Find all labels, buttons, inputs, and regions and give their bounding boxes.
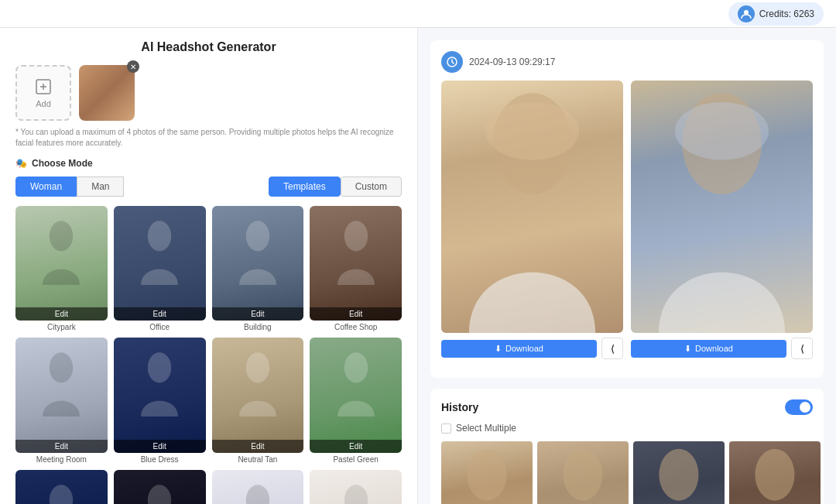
select-multiple-label: Select Multiple xyxy=(456,423,516,434)
history-title: History xyxy=(441,401,478,413)
upload-add-button[interactable]: Add xyxy=(15,65,71,121)
svg-point-21 xyxy=(467,449,506,501)
credits-badge: Credits: 6263 xyxy=(728,2,824,26)
right-panel: 2024-09-13 09:29:17 ⬇ Download xyxy=(418,28,836,504)
credits-label: Credits: 6263 xyxy=(759,9,814,19)
svg-point-13 xyxy=(148,485,171,504)
svg-point-14 xyxy=(246,485,269,504)
template-meeting-room[interactable]: Edit Meeting Room xyxy=(15,338,108,463)
template-label-blue-dress: Blue Dress xyxy=(141,455,179,464)
template-pastel-green[interactable]: Edit Pastel Green xyxy=(310,338,402,463)
history-thumb-2[interactable] xyxy=(537,441,629,504)
history-header: History xyxy=(441,399,813,415)
timestamp-text: 2024-09-13 09:29:17 xyxy=(469,57,555,67)
svg-point-5 xyxy=(148,221,171,251)
add-label: Add xyxy=(36,99,51,108)
svg-point-23 xyxy=(659,449,698,501)
choose-mode-label: 🎭 Choose Mode xyxy=(15,158,402,169)
svg-point-24 xyxy=(755,449,794,501)
svg-point-18 xyxy=(485,102,579,160)
select-multiple-checkbox[interactable] xyxy=(441,423,451,434)
template-neutral-tan[interactable]: Edit Neutral Tan xyxy=(212,338,304,463)
share-button-2[interactable]: ⟨ xyxy=(791,338,813,359)
history-toggle[interactable] xyxy=(785,399,813,415)
template-soft-white[interactable]: Edit Soft White xyxy=(310,470,402,504)
page-title: AI Headshot Generator xyxy=(15,40,402,54)
left-panel: AI Headshot Generator Add ✕ * You can up… xyxy=(0,28,418,504)
history-thumb-4[interactable] xyxy=(729,441,821,504)
download-row-2: ⬇ Download ⟨ xyxy=(631,338,813,359)
timestamp-icon xyxy=(441,51,463,73)
share-button-1[interactable]: ⟨ xyxy=(601,338,623,359)
credits-icon xyxy=(738,5,755,22)
download-icon-2: ⬇ xyxy=(684,344,691,354)
template-label-neutral-tan: Neutral Tan xyxy=(238,455,277,464)
history-grid-row1 xyxy=(441,441,813,504)
svg-point-12 xyxy=(50,485,73,504)
gen-image-2 xyxy=(631,81,813,333)
remove-image-button[interactable]: ✕ xyxy=(127,60,139,73)
history-section: History Select Multiple xyxy=(430,389,824,504)
svg-point-4 xyxy=(50,221,73,251)
history-thumb-1[interactable] xyxy=(441,441,533,504)
template-building[interactable]: Edit Building xyxy=(212,206,304,331)
svg-point-22 xyxy=(563,449,602,501)
svg-point-11 xyxy=(344,353,367,383)
svg-point-15 xyxy=(344,485,367,504)
top-bar: Credits: 6263 xyxy=(0,0,836,28)
svg-point-10 xyxy=(246,353,269,383)
template-edit-overlay: Edit xyxy=(15,307,108,321)
gen-image-2-wrap: ⬇ Download ⟨ xyxy=(631,81,813,359)
generated-section: 2024-09-13 09:29:17 ⬇ Download xyxy=(430,40,824,378)
svg-point-6 xyxy=(246,221,269,251)
download-button-2[interactable]: ⬇ Download xyxy=(631,340,786,358)
generated-images: ⬇ Download ⟨ xyxy=(441,81,813,359)
template-citypark[interactable]: Edit Citypark xyxy=(15,206,108,331)
mode-woman-button[interactable]: Woman xyxy=(15,177,77,197)
gen-image-1-wrap: ⬇ Download ⟨ xyxy=(441,81,623,359)
template-label-office: Office xyxy=(149,323,170,331)
template-deep-blue[interactable]: Edit Deep Blue xyxy=(15,470,108,504)
template-label-meeting-room: Meeting Room xyxy=(36,455,87,464)
generation-timestamp: 2024-09-13 09:29:17 xyxy=(441,51,813,73)
upload-hint: * You can upload a maximum of 4 photos o… xyxy=(15,127,402,149)
template-coffee-shop[interactable]: Edit Coffee Shop xyxy=(310,206,402,331)
mode-buttons: Woman Man Templates Custom xyxy=(15,177,402,197)
mode-man-button[interactable]: Man xyxy=(77,177,124,197)
template-black-blazer[interactable]: Edit Black Blazer xyxy=(114,470,206,504)
template-blue-dress[interactable]: Edit Blue Dress xyxy=(114,338,206,463)
gen-image-1 xyxy=(441,81,623,333)
svg-point-0 xyxy=(744,10,749,15)
template-white-suit[interactable]: Edit White Suit xyxy=(212,470,304,504)
download-row-1: ⬇ Download ⟨ xyxy=(441,338,623,359)
main-content: AI Headshot Generator Add ✕ * You can up… xyxy=(0,28,836,504)
template-grid: Edit Citypark Edit Office xyxy=(15,206,402,504)
download-icon-1: ⬇ xyxy=(495,344,502,354)
select-multiple-row: Select Multiple xyxy=(441,423,813,434)
custom-button[interactable]: Custom xyxy=(341,177,402,197)
upload-area: Add ✕ xyxy=(15,65,402,121)
template-office[interactable]: Edit Office xyxy=(114,206,206,331)
svg-point-8 xyxy=(50,353,73,383)
svg-point-9 xyxy=(148,353,171,383)
svg-point-20 xyxy=(675,102,769,160)
svg-point-7 xyxy=(344,221,367,251)
download-button-1[interactable]: ⬇ Download xyxy=(441,340,597,358)
template-label-pastel-green: Pastel Green xyxy=(333,455,378,464)
templates-button[interactable]: Templates xyxy=(269,177,341,197)
template-label-coffee-shop: Coffee Shop xyxy=(334,323,377,331)
history-thumb-3[interactable] xyxy=(633,441,725,504)
uploaded-thumbnail: ✕ xyxy=(79,65,135,121)
template-label-building: Building xyxy=(244,323,272,331)
template-label-citypark: Citypark xyxy=(47,323,76,331)
